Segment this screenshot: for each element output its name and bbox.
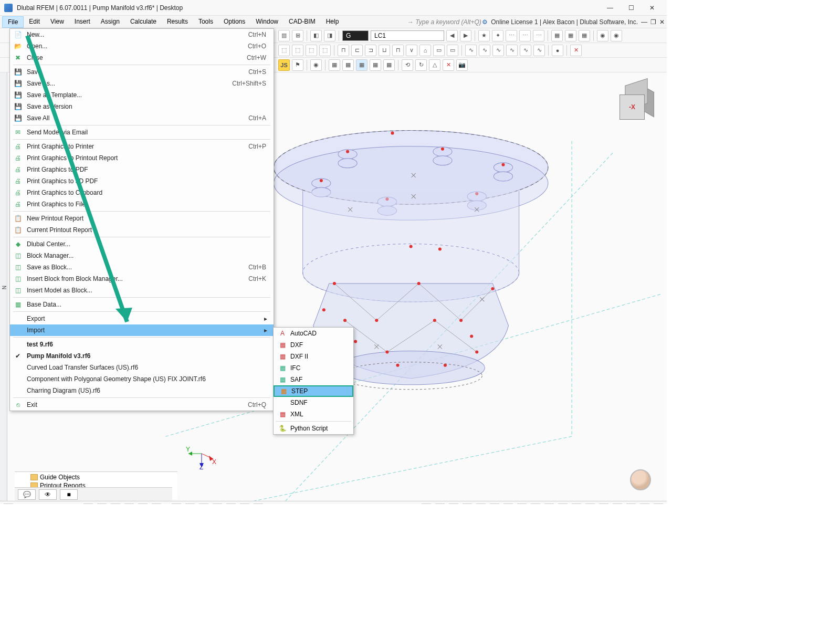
tool-icon[interactable]: ↻ bbox=[415, 59, 427, 71]
tool-icon[interactable]: ✦ bbox=[492, 30, 503, 41]
tool-icon[interactable]: ● bbox=[552, 45, 563, 56]
tool-icon[interactable]: ▦ bbox=[383, 59, 395, 71]
tool-icon[interactable]: ▭ bbox=[433, 45, 445, 56]
file-menu-item[interactable]: 💾Save As...Ctrl+Shift+S bbox=[10, 78, 274, 89]
status-icon[interactable] bbox=[462, 503, 472, 505]
tool-icon[interactable]: ◉ bbox=[310, 59, 322, 71]
tool-icon[interactable]: ⬚ bbox=[319, 45, 331, 56]
menu-help[interactable]: Help bbox=[321, 16, 344, 28]
status-icon[interactable] bbox=[253, 503, 264, 505]
file-menu-item[interactable]: Import▸ bbox=[10, 324, 274, 336]
file-menu-item[interactable]: 🖨Print Graphics to PDF bbox=[10, 164, 274, 175]
menu-file[interactable]: File bbox=[2, 16, 24, 28]
maximize-button[interactable]: ☐ bbox=[621, 1, 642, 15]
tool-icon[interactable]: ⌂ bbox=[419, 45, 431, 56]
import-item-sdnf[interactable]: SDNF bbox=[274, 397, 353, 408]
file-menu-item[interactable]: ✔Pump Manifold v3.rf6 bbox=[10, 350, 274, 362]
tool-icon[interactable]: ▦ bbox=[579, 30, 590, 41]
tool-icon[interactable]: ⬚ bbox=[292, 45, 303, 56]
file-menu-item[interactable]: 🖨Print Graphics to PrinterCtrl+P bbox=[10, 141, 274, 152]
view-tab-eye[interactable]: 👁 bbox=[39, 489, 57, 500]
tool-icon[interactable]: ⟲ bbox=[402, 59, 413, 71]
tool-icon[interactable]: ▥ bbox=[278, 30, 290, 41]
delete-icon[interactable]: ✕ bbox=[570, 45, 582, 56]
import-item-xml[interactable]: ▦XML bbox=[274, 408, 353, 420]
file-menu-item[interactable]: ◫Save as Block...Ctrl+B bbox=[10, 261, 274, 273]
tool-icon[interactable]: ∿ bbox=[492, 45, 504, 56]
status-icon[interactable] bbox=[612, 503, 623, 505]
view-tab-chat[interactable]: 💬 bbox=[18, 489, 36, 500]
menu-view[interactable]: View bbox=[45, 16, 69, 28]
file-menu-item[interactable]: ◫Insert Block from Block Manager...Ctrl+… bbox=[10, 273, 274, 285]
status-icon[interactable] bbox=[558, 503, 568, 505]
import-item-python-script[interactable]: 🐍Python Script bbox=[274, 423, 353, 434]
tool-icon[interactable]: ⚑ bbox=[292, 59, 303, 71]
nav-cube[interactable]: -X bbox=[620, 82, 656, 119]
mdi-close[interactable]: ✕ bbox=[659, 18, 665, 26]
menu-insert[interactable]: Insert bbox=[69, 16, 96, 28]
tree-item[interactable]: Guide Objects bbox=[40, 474, 80, 481]
tool-icon[interactable]: ▦ bbox=[329, 59, 340, 71]
status-icon[interactable] bbox=[435, 503, 445, 505]
tool-icon[interactable]: ▭ bbox=[447, 45, 458, 56]
tool-icon[interactable]: ⋯ bbox=[519, 30, 531, 41]
status-icon[interactable] bbox=[421, 503, 432, 505]
tool-icon[interactable]: ▦ bbox=[356, 59, 368, 71]
status-icon[interactable] bbox=[544, 503, 554, 505]
file-menu-item[interactable]: 🖨Print Graphics to Clipboard bbox=[10, 187, 274, 198]
tool-icon[interactable]: ▦ bbox=[342, 59, 354, 71]
tool-icon[interactable]: ⬚ bbox=[306, 45, 317, 56]
file-menu-item[interactable]: 📂Open...Ctrl+O bbox=[10, 40, 274, 52]
file-menu-item[interactable]: test 9.rf6 bbox=[10, 339, 274, 350]
tool-icon[interactable]: ◉ bbox=[611, 30, 622, 41]
file-menu-item[interactable]: Charring Diagram (US).rf6 bbox=[10, 385, 274, 396]
tool-icon[interactable]: ∿ bbox=[465, 45, 477, 56]
file-menu-item[interactable]: 📋Current Printout Report bbox=[10, 224, 274, 236]
tool-icon[interactable]: ⊞ bbox=[292, 30, 303, 41]
status-icon[interactable] bbox=[530, 503, 541, 505]
menu-window[interactable]: Window bbox=[250, 16, 284, 28]
status-icon[interactable] bbox=[83, 503, 93, 505]
file-menu-item[interactable]: 💾SaveCtrl+S bbox=[10, 66, 274, 78]
status-icon[interactable] bbox=[185, 503, 195, 505]
status-icon[interactable] bbox=[598, 503, 609, 505]
file-menu-item[interactable]: 🖨Print Graphics to File bbox=[10, 198, 274, 210]
status-icon[interactable] bbox=[138, 503, 148, 505]
file-menu-item[interactable]: 💾Save as Template... bbox=[10, 89, 274, 101]
load-case-combo[interactable]: LC1 bbox=[371, 30, 444, 41]
file-menu-item[interactable]: ◆Dlubal Center... bbox=[10, 238, 274, 250]
close-button[interactable]: ✕ bbox=[642, 1, 663, 15]
next-button[interactable]: ▶ bbox=[460, 30, 471, 41]
minimize-button[interactable]: — bbox=[600, 1, 621, 15]
menu-results[interactable]: Results bbox=[162, 16, 193, 28]
menu-tools[interactable]: Tools bbox=[193, 16, 218, 28]
tool-icon[interactable]: ∿ bbox=[506, 45, 518, 56]
status-icon[interactable] bbox=[198, 503, 209, 505]
import-item-dxf[interactable]: ▦DXF bbox=[274, 339, 353, 351]
file-menu-item[interactable]: 📋New Printout Report bbox=[10, 213, 274, 224]
status-icon[interactable] bbox=[239, 503, 250, 505]
import-item-dxf-ii[interactable]: ▦DXF II bbox=[274, 351, 353, 362]
status-icon[interactable] bbox=[585, 503, 595, 505]
tool-icon[interactable]: ⊓ bbox=[392, 45, 404, 56]
status-icon[interactable] bbox=[503, 503, 513, 505]
menu-edit[interactable]: Edit bbox=[24, 16, 45, 28]
menu-cad-bim[interactable]: CAD-BIM bbox=[284, 16, 321, 28]
import-item-step[interactable]: ▦STEP bbox=[274, 385, 353, 397]
file-menu-item[interactable]: Export▸ bbox=[10, 313, 274, 324]
import-item-ifc[interactable]: ▦IFC bbox=[274, 362, 353, 374]
keyword-search[interactable]: → Type a keyword (Alt+Q) bbox=[407, 18, 481, 26]
settings-icon[interactable]: ⚙ bbox=[482, 18, 488, 26]
assistant-avatar[interactable] bbox=[630, 469, 651, 490]
file-menu-item[interactable]: ✉Send Model via Email bbox=[10, 127, 274, 138]
tool-icon[interactable]: ◉ bbox=[597, 30, 608, 41]
tool-icon[interactable]: ⊔ bbox=[379, 45, 390, 56]
tool-icon[interactable]: ⋯ bbox=[506, 30, 517, 41]
cs-combo[interactable]: 1 - Global XYZ ▾ bbox=[17, 504, 80, 505]
status-icon[interactable] bbox=[212, 503, 223, 505]
combo-g[interactable]: G bbox=[342, 30, 369, 41]
file-menu-item[interactable]: ◫Insert Model as Block... bbox=[10, 285, 274, 296]
menu-calculate[interactable]: Calculate bbox=[125, 16, 162, 28]
delete-icon[interactable]: ✕ bbox=[443, 59, 454, 71]
file-menu-item[interactable]: 📄New...Ctrl+N bbox=[10, 29, 274, 40]
